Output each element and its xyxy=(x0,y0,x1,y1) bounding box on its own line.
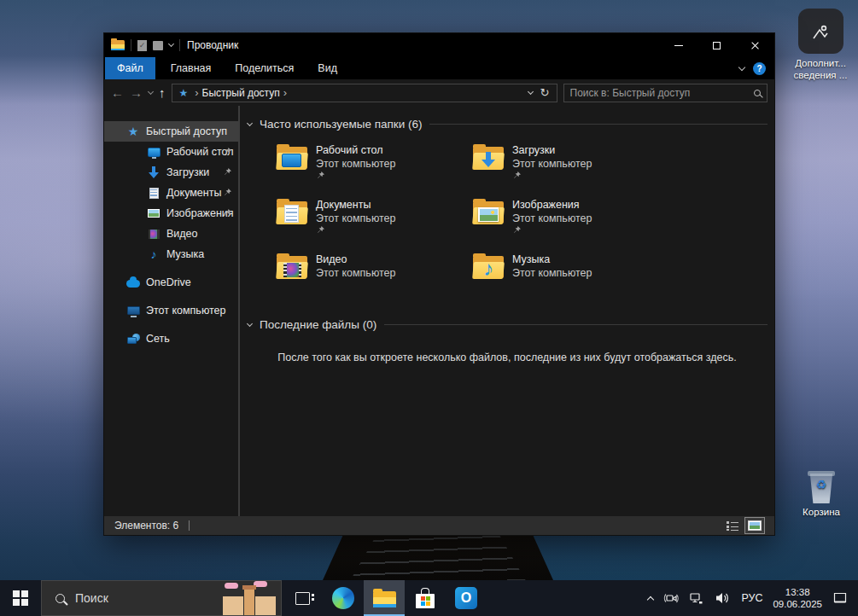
system-tray: РУС 13:38 09.06.2025 xyxy=(648,586,858,610)
quick-access-toolbar xyxy=(111,39,180,51)
onedrive-cloud-icon xyxy=(126,280,140,288)
recycle-bin-shortcut[interactable]: ♻ Корзина xyxy=(785,471,858,518)
outlook-button[interactable]: O xyxy=(446,580,487,616)
maximize-button[interactable] xyxy=(697,33,736,57)
recent-locations-chevron-icon[interactable] xyxy=(148,88,154,94)
back-button[interactable]: ← xyxy=(111,86,124,99)
sidebar-item-music[interactable]: ♪ Музыка xyxy=(104,244,240,264)
clock-time: 13:38 xyxy=(773,586,822,598)
network-icon[interactable] xyxy=(689,591,704,605)
volume-icon[interactable] xyxy=(715,591,731,605)
tab-view[interactable]: Вид xyxy=(306,57,349,79)
forward-button[interactable]: → xyxy=(130,86,143,99)
close-button[interactable] xyxy=(736,33,774,57)
pin-icon xyxy=(512,225,592,235)
new-folder-icon[interactable] xyxy=(153,41,163,50)
desktop-wallpaper: Дополнит... сведения ... ♻ Корзина Прово… xyxy=(0,0,858,616)
search-input[interactable] xyxy=(570,87,755,99)
pin-icon xyxy=(223,147,232,156)
folder-tile-pictures[interactable]: Изображения Этот компьютер xyxy=(472,198,656,235)
items-count: Элементов: 6 xyxy=(114,520,178,532)
language-indicator[interactable]: РУС xyxy=(741,592,762,604)
folder-tile-downloads[interactable]: Загрузки Этот компьютер xyxy=(472,143,656,180)
taskbar-search-input[interactable] xyxy=(75,591,178,605)
photo-placeholder-icon xyxy=(798,9,843,54)
pin-icon xyxy=(223,167,232,177)
task-view-button[interactable] xyxy=(282,580,323,616)
content-pane: Часто используемые папки (6) Рабочий сто… xyxy=(240,106,774,516)
folder-pictures-icon xyxy=(472,198,505,225)
tab-share[interactable]: Поделиться xyxy=(223,57,306,79)
quick-access-star-icon: ★ xyxy=(128,125,139,137)
edge-button[interactable] xyxy=(323,580,364,616)
action-center-icon[interactable] xyxy=(832,591,848,605)
taskbar: O РУС 13:38 09.06.2025 xyxy=(0,580,858,616)
sidebar-item-network[interactable]: Сеть xyxy=(104,328,240,349)
navigation-pane: ★ Быстрый доступ Рабочий стол Загрузки Д… xyxy=(104,106,240,516)
sidebar-item-desktop[interactable]: Рабочий стол xyxy=(104,142,240,162)
sidebar-item-quick-access[interactable]: ★ Быстрый доступ xyxy=(104,121,240,142)
sidebar-item-videos[interactable]: Видео xyxy=(104,224,240,244)
desktop-shortcut-info[interactable]: Дополнит... сведения ... xyxy=(784,9,857,81)
sidebar-item-onedrive[interactable]: OneDrive xyxy=(104,272,240,293)
folder-desktop-icon xyxy=(276,143,308,171)
thumbnails-view-icon xyxy=(748,520,762,531)
search-box[interactable] xyxy=(563,84,768,102)
pictures-icon xyxy=(148,209,160,218)
videos-icon xyxy=(149,230,160,239)
breadcrumb[interactable]: Быстрый доступ xyxy=(202,87,280,99)
help-icon[interactable]: ? xyxy=(753,62,766,75)
shortcut-label: Дополнит... xyxy=(784,57,857,69)
clock-date: 09.06.2025 xyxy=(773,598,822,610)
search-icon xyxy=(55,594,65,603)
sidebar-item-pictures[interactable]: Изображения xyxy=(104,203,240,224)
breadcrumb-chevron-icon[interactable]: › xyxy=(283,86,287,99)
refresh-icon[interactable]: ↻ xyxy=(540,86,550,99)
search-highlight-illustration[interactable] xyxy=(219,581,279,615)
breadcrumb-chevron-icon[interactable]: › xyxy=(195,86,198,99)
recycle-bin-label: Корзина xyxy=(785,506,858,518)
folder-tile-music[interactable]: ♪ Музыка Этот компьютер xyxy=(472,253,656,280)
folder-tile-desktop[interactable]: Рабочий стол Этот компьютер xyxy=(276,143,459,180)
documents-icon xyxy=(149,188,159,199)
pin-icon xyxy=(223,188,232,197)
file-explorer-button[interactable] xyxy=(364,580,405,616)
search-icon[interactable] xyxy=(754,90,761,96)
store-button[interactable] xyxy=(405,580,446,616)
window-title: Проводник xyxy=(187,39,238,51)
recent-files-empty-message: После того как вы откроете несколько фай… xyxy=(240,352,774,363)
taskbar-search-box[interactable] xyxy=(41,580,282,616)
customize-qat-chevron-icon[interactable] xyxy=(168,41,174,47)
collapse-section-chevron-icon[interactable] xyxy=(247,119,253,125)
folder-tile-documents[interactable]: Документы Этот компьютер xyxy=(276,198,459,235)
expand-ribbon-chevron-icon[interactable] xyxy=(738,63,745,70)
start-button[interactable] xyxy=(0,580,41,616)
taskbar-clock[interactable]: 13:38 09.06.2025 xyxy=(773,586,822,610)
minimize-button[interactable] xyxy=(659,33,697,57)
sidebar-item-documents[interactable]: Документы xyxy=(104,183,240,203)
meet-now-icon[interactable] xyxy=(663,591,679,605)
tab-home[interactable]: Главная xyxy=(159,57,224,79)
sidebar-item-this-pc[interactable]: Этот компьютер xyxy=(104,300,240,321)
caption-buttons xyxy=(659,33,774,57)
navigation-bar: ← → ↑ ★ › Быстрый доступ › ↻ xyxy=(104,79,774,106)
music-icon: ♪ xyxy=(151,248,157,260)
address-dropdown-chevron-icon[interactable] xyxy=(528,88,534,94)
sidebar-item-downloads[interactable]: Загрузки xyxy=(104,162,240,183)
folder-videos-icon xyxy=(276,253,308,280)
thumbnails-view-button[interactable] xyxy=(745,518,764,533)
properties-icon[interactable] xyxy=(137,40,147,51)
folder-tile-videos[interactable]: Видео Этот компьютер xyxy=(276,253,459,280)
pin-icon xyxy=(316,171,395,180)
title-bar: Проводник xyxy=(104,33,774,57)
folder-downloads-icon xyxy=(472,143,505,171)
details-view-button[interactable] xyxy=(723,518,742,533)
tray-overflow-chevron-icon[interactable] xyxy=(647,596,654,602)
collapse-section-chevron-icon[interactable] xyxy=(247,320,253,326)
up-button[interactable]: ↑ xyxy=(159,86,166,99)
recycle-bin-icon: ♻ xyxy=(808,471,835,503)
address-bar[interactable]: ★ › Быстрый доступ › ↻ xyxy=(172,84,557,102)
folder-documents-icon xyxy=(276,198,308,225)
edge-icon xyxy=(332,587,354,609)
tab-file[interactable]: Файл xyxy=(105,57,155,79)
